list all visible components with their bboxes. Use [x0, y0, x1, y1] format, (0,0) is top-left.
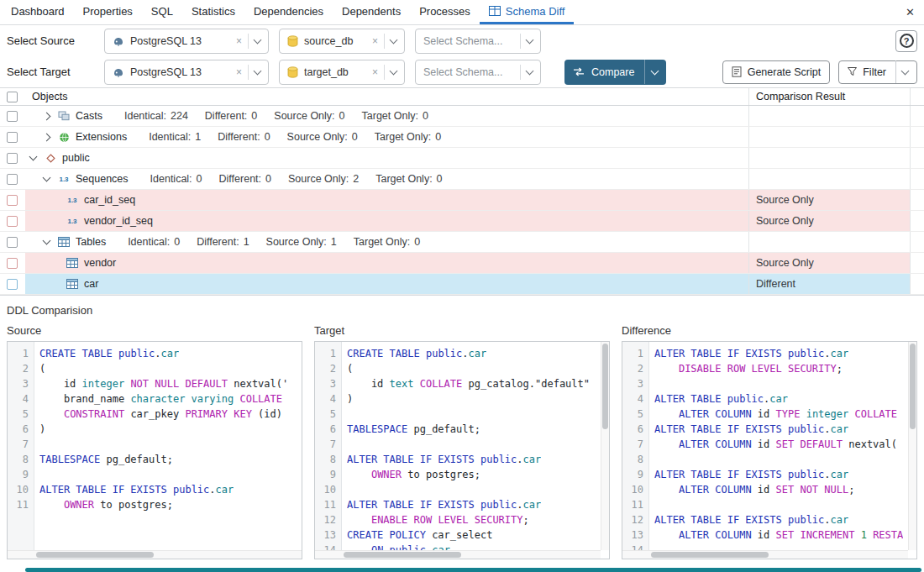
ddl-difference-editor[interactable]: 1ALTER TABLE IF EXISTS public.car2 DISAB… — [622, 341, 917, 559]
row-checkbox[interactable] — [7, 258, 18, 269]
horizontal-scrollbar-thumb[interactable] — [651, 552, 769, 558]
row-checkbox-cell — [0, 274, 25, 294]
chevron-down-icon[interactable] — [526, 35, 534, 44]
code-text — [649, 497, 654, 512]
expand-icon[interactable] — [43, 112, 51, 120]
collapse-icon[interactable] — [43, 174, 51, 182]
server-icon — [113, 35, 124, 47]
bottom-scrollbar-thumb[interactable] — [25, 568, 921, 572]
row-checkbox[interactable] — [7, 153, 18, 164]
stat-source-only-: Source Only:0 — [274, 110, 344, 122]
tab-dashboard[interactable]: Dashboard — [2, 0, 74, 24]
tab-processes[interactable]: Processes — [410, 0, 480, 24]
collapse-icon[interactable] — [43, 237, 51, 245]
ddl-target-editor[interactable]: 1CREATE TABLE public.car2(3 id text COLL… — [314, 341, 610, 559]
row-checkbox-cell — [0, 232, 25, 252]
comparison-result-value: Source Only — [756, 257, 814, 269]
row-checkbox[interactable] — [7, 132, 18, 143]
row-checkbox[interactable] — [7, 174, 18, 185]
stat-value: 0 — [437, 173, 443, 185]
chevron-down-icon[interactable] — [390, 35, 398, 44]
horizontal-scrollbar-thumb[interactable] — [344, 552, 461, 558]
code-text — [34, 467, 39, 482]
vertical-scrollbar[interactable] — [908, 342, 916, 550]
target-database-select[interactable]: target_db × — [279, 60, 405, 85]
select-divider — [384, 34, 385, 49]
line-number: 4 — [622, 391, 649, 407]
objects-header-label: Objects — [32, 91, 67, 102]
code-token: DISABLE ROW LEVEL SECURITY — [679, 363, 837, 375]
tab-dependents[interactable]: Dependents — [333, 0, 410, 24]
row-checkbox-cell — [0, 148, 25, 168]
vertical-scrollbar[interactable] — [601, 342, 609, 550]
code-token: ALTER COLUMN — [679, 408, 752, 420]
stat-target-only-: Target Only:0 — [375, 173, 442, 185]
ddl-source-editor[interactable]: 1CREATE TABLE public.car2(3 id integer N… — [7, 341, 302, 559]
close-icon[interactable]: ✕ — [906, 6, 915, 18]
code-token — [721, 393, 727, 405]
chevron-down-icon[interactable] — [901, 66, 910, 75]
filter-button[interactable]: Filter — [838, 60, 917, 84]
ddl-difference-column: Difference1ALTER TABLE IF EXISTS public.… — [622, 318, 917, 559]
tab-sql[interactable]: SQL — [142, 0, 182, 24]
row-checkbox[interactable] — [7, 195, 18, 206]
source-database-select[interactable]: source_db × — [279, 29, 405, 54]
code-token — [347, 514, 371, 526]
table-row-car-id-seq[interactable]: 1.3car_id_seqSource Only — [0, 190, 924, 211]
row-result-cell: Source Only — [748, 253, 910, 273]
line-number: 3 — [622, 376, 649, 391]
table-row-vendor-id-seq[interactable]: 1.3vendor_id_seqSource Only — [0, 211, 924, 232]
select-all-checkbox[interactable] — [7, 92, 18, 102]
line-number: 11 — [315, 497, 342, 512]
vertical-scrollbar-thumb[interactable] — [910, 344, 916, 429]
help-button[interactable]: ? — [895, 30, 917, 52]
expand-icon[interactable] — [43, 133, 51, 141]
target-schema-select[interactable]: Select Schema... — [415, 60, 541, 85]
clear-icon[interactable]: × — [236, 67, 242, 77]
chevron-down-icon[interactable] — [254, 66, 262, 75]
table-row-car[interactable]: carDifferent — [0, 274, 924, 295]
chevron-down-icon[interactable] — [390, 66, 398, 75]
generate-script-button[interactable]: Generate Script — [722, 60, 831, 84]
tab-schema-diff[interactable]: Schema Diff — [480, 0, 575, 24]
code-text: ALTER TABLE IF EXISTS public.car — [342, 452, 541, 467]
code-token — [654, 438, 679, 450]
schema-icon — [44, 153, 57, 164]
chevron-down-icon[interactable] — [254, 35, 262, 44]
code-line: 10ALTER TABLE IF EXISTS public.car — [8, 482, 302, 497]
code-token — [413, 378, 419, 390]
clear-icon[interactable]: × — [372, 67, 378, 77]
horizontal-scrollbar[interactable] — [622, 550, 908, 559]
row-checkbox[interactable] — [7, 237, 18, 248]
source-schema-select[interactable]: Select Schema... — [415, 29, 541, 54]
row-checkbox[interactable] — [7, 111, 18, 122]
target-server-select[interactable]: PostgreSQL 13 × — [104, 60, 269, 85]
clear-icon[interactable]: × — [372, 36, 378, 46]
horizontal-scrollbar[interactable] — [315, 550, 601, 559]
compare-button[interactable]: Compare — [564, 60, 666, 85]
horizontal-scrollbar[interactable] — [8, 550, 302, 559]
clear-icon[interactable]: × — [236, 36, 242, 46]
tab-dependencies[interactable]: Dependencies — [244, 0, 333, 24]
horizontal-scrollbar-thumb[interactable] — [36, 552, 154, 558]
collapse-icon[interactable] — [29, 153, 38, 161]
table-row-vendor[interactable]: vendorSource Only — [0, 253, 924, 274]
row-checkbox[interactable] — [7, 216, 18, 227]
stat-label: Different: — [219, 173, 262, 185]
table-row-tables[interactable]: TablesIdentical:0Different:1Source Only:… — [0, 232, 924, 253]
tab-statistics[interactable]: Statistics — [182, 0, 244, 24]
vertical-scrollbar-thumb[interactable] — [602, 344, 608, 429]
chevron-down-icon[interactable] — [651, 66, 659, 75]
code-token: public — [788, 469, 824, 480]
chevron-down-icon[interactable] — [526, 66, 534, 75]
source-server-select[interactable]: PostgreSQL 13 × — [104, 29, 269, 54]
row-checkbox[interactable] — [7, 279, 18, 290]
table-row-sequences[interactable]: 1.3SequencesIdentical:0Different:0Source… — [0, 169, 924, 190]
table-row-extensions[interactable]: ExtensionsIdentical:1Different:0Source O… — [0, 127, 924, 148]
tab-properties[interactable]: Properties — [74, 0, 142, 24]
table-row-public[interactable]: public — [0, 148, 924, 169]
grid-header-row: ObjectsComparison Result — [0, 88, 924, 106]
code-token: COLLATE — [420, 378, 463, 390]
code-line: 6TABLESPACE pg_default; — [315, 422, 609, 437]
table-row-casts[interactable]: CastsIdentical:224Different:0Source Only… — [0, 106, 924, 127]
